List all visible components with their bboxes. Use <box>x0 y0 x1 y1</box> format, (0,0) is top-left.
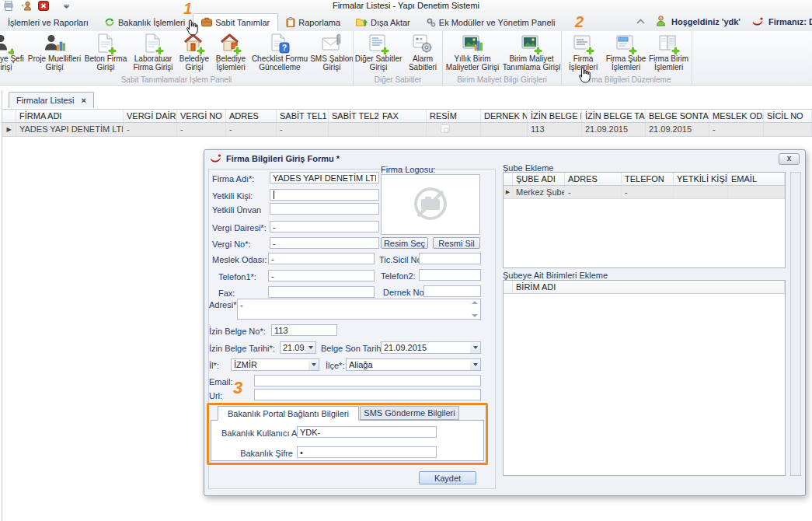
row-marker: ▶ <box>2 123 16 136</box>
field-label: Telefon1*: <box>218 272 256 281</box>
chevron-up-icon[interactable] <box>636 17 646 26</box>
column-header[interactable]: ADRES <box>565 173 622 185</box>
firma-adi-input[interactable] <box>270 172 379 184</box>
table-row[interactable]: ▶ YADES YAPI DENETİM LTD.ŞTİ. - - - - 11… <box>2 123 812 137</box>
column-header[interactable]: VERGİ DAİRESİ <box>124 110 177 122</box>
resmi-sil-button[interactable]: Resmi Sil <box>433 237 480 249</box>
vergi-no-input[interactable] <box>270 237 379 249</box>
tab-raporlama[interactable]: Raporlama <box>278 14 348 31</box>
yetkili-unvan-input[interactable] <box>270 203 379 215</box>
izin-belge-no-input[interactable] <box>271 324 337 336</box>
birim-ekleme-label: Şubeye Ait Birimleri Ekleme <box>503 271 608 280</box>
button-sms-sablon-girisi[interactable]: SMS Şablon Girişi <box>309 33 354 72</box>
chevron-down-icon[interactable] <box>470 359 480 370</box>
button-laboratuar-firma-girisi[interactable]: Laboratuar Firma Girişi <box>129 33 177 72</box>
button-birim-maliyet-tanimlama-girisi[interactable]: Birim Maliyet Tanımlama Girişi <box>502 33 561 72</box>
tab-sms-gonderme[interactable]: SMS Gönderme Bilgileri <box>360 406 459 420</box>
scroll-arrows[interactable] <box>472 301 479 317</box>
close-red-icon[interactable] <box>38 1 49 11</box>
button-santiye-sefi-girisi[interactable]: Şantiye Şefi Girişi <box>0 33 26 72</box>
chevron-down-icon[interactable] <box>470 342 480 353</box>
column-header[interactable]: BİRİM ADI <box>513 281 785 293</box>
button-belediye-girisi[interactable]: Belediye Girişi <box>177 33 211 72</box>
add-user-icon[interactable] <box>20 1 32 11</box>
column-header[interactable]: RESİM <box>427 110 481 122</box>
telefon2-input[interactable] <box>419 269 481 281</box>
column-header[interactable]: ŞUBE ADI <box>513 173 565 185</box>
tab-disa-aktar[interactable]: Dışa Aktar <box>348 14 418 31</box>
tab-ek-moduller[interactable]: Ek Modüller ve Yönetim Paneli <box>418 14 563 31</box>
yetkili-kisi-input[interactable] <box>270 189 379 201</box>
refresh-green-icon <box>104 17 115 29</box>
bakanlik-sifre-input[interactable] <box>297 446 437 458</box>
right-scroll-strip[interactable] <box>790 172 801 476</box>
column-header[interactable]: MESLEK ODASI <box>709 110 764 122</box>
phone-swoosh-icon <box>752 16 763 28</box>
izin-belge-tarihi-combo[interactable]: 21.09.2015 <box>280 341 316 354</box>
user-area: Hoşgeldiniz 'ydk' Firmanız: DENE <box>636 12 812 31</box>
url-input[interactable] <box>254 389 481 400</box>
kaydet-button[interactable]: Kaydet <box>419 471 476 484</box>
column-header[interactable]: FİRMA ADI <box>16 110 124 122</box>
print-icon[interactable] <box>3 1 14 11</box>
annotation-step-3: 3 <box>233 378 242 398</box>
column-header[interactable]: SİCİL NO <box>764 110 812 122</box>
column-header[interactable]: İZİN BELGE TARİH <box>582 110 646 122</box>
button-alarm-sabitleri[interactable]: Alarm Sabitleri <box>403 33 442 72</box>
row-marker: ▶ <box>504 186 513 198</box>
button-diger-sabitler-girisi[interactable]: Diğer Sabitler Girişi <box>354 33 403 72</box>
button-firma-sube-islemleri[interactable]: Firma Şube İşlemleri <box>605 33 647 72</box>
group-sabit-tanimlamalar: Şantiye Şefi Girişi Proje Muellifleri Gi… <box>0 31 354 85</box>
quick-access-toolbar <box>3 1 70 11</box>
button-checklist-formu-guncelleme[interactable]: ? Checklist Formu Güncelleme <box>250 33 309 72</box>
table-row[interactable]: ▶ Merkez Şube - - <box>504 186 785 199</box>
field-label: Bakanlık Kullanıcı Adı <box>221 428 293 438</box>
house-edit-icon <box>220 33 242 54</box>
button-yillik-birim-maliyetler-girisi[interactable]: Yıllık Birim Maliyetler Girişi <box>443 33 502 72</box>
welcome-text: Hoşgeldiniz 'ydk' <box>671 17 741 26</box>
column-header[interactable]: YETKİLİ KİŞİ <box>674 173 728 185</box>
column-header[interactable]: İZİN BELGE NO <box>528 110 582 122</box>
column-header[interactable]: DERNEK NO <box>481 110 528 122</box>
adresi-textarea[interactable]: - <box>237 299 481 320</box>
column-header[interactable]: SABİT TEL2 <box>329 110 379 122</box>
column-header[interactable]: FAX <box>379 110 427 122</box>
column-header[interactable]: ADRES <box>226 110 277 122</box>
column-header[interactable]: SABİT TEL1 <box>277 110 329 122</box>
tic-sicil-no-input[interactable] <box>419 253 481 264</box>
chevron-down-icon[interactable] <box>308 359 319 370</box>
dernek-no-input[interactable] <box>423 285 481 297</box>
tab-bakanlik-islemleri[interactable]: Bakanlık İşlemleri <box>96 14 193 31</box>
email-input[interactable] <box>254 375 481 386</box>
tab-sabit-tanimlar[interactable]: Sabit Tanımlar <box>193 13 278 31</box>
group-caption: Diğer Sabitler <box>354 75 442 84</box>
column-header[interactable]: EMAİL <box>728 173 785 185</box>
resim-sec-button[interactable]: Resim Seç <box>381 237 428 249</box>
button-beton-firma-girisi[interactable]: Beton Firma Girişi <box>82 33 129 72</box>
chevron-down-icon[interactable] <box>63 4 70 9</box>
meslek-odasi-input[interactable] <box>268 253 375 264</box>
vergi-dairesi-input[interactable] <box>270 221 379 233</box>
il-combo[interactable]: İZMİR <box>231 358 319 371</box>
tab-firmalar-listesi[interactable]: Firmalar Listesi × <box>9 92 94 108</box>
tab-bakanlik-portal[interactable]: Bakanlık Portal Bağlantı Bilgileri <box>218 406 359 421</box>
close-tab-icon[interactable]: × <box>82 96 86 105</box>
column-header[interactable]: VERGİ NO <box>177 110 226 122</box>
button-proje-muellifleri-girisi[interactable]: Proje Muellifleri Girişi <box>26 33 82 72</box>
document-add-icon <box>142 33 164 54</box>
ilce-combo[interactable]: Aliağa <box>346 358 481 371</box>
tab-islemleri-ve-raporlari[interactable]: İşlemleri ve Raporları <box>0 14 96 31</box>
telefon1-input[interactable] <box>268 270 375 281</box>
button-belediye-islemleri[interactable]: Belediye İşlemleri <box>211 33 250 72</box>
button-firma-birim-islemleri[interactable]: Firma Birim İşlemleri <box>647 33 690 72</box>
chevron-down-icon[interactable] <box>305 342 315 353</box>
column-header[interactable]: BELGE SONTARİH <box>646 110 709 122</box>
bakanlik-kullanici-input[interactable] <box>297 426 437 438</box>
column-header[interactable]: TELEFON <box>622 173 674 185</box>
fax-input[interactable] <box>268 286 375 298</box>
group-caption: Birim Maliyet Bilgi Girişleri <box>443 75 561 84</box>
belge-son-tarihi-combo[interactable]: 21.09.2015 <box>381 341 481 354</box>
field-label: Firma Adı*: <box>212 174 254 184</box>
field-label: İzin Belge No*: <box>209 327 266 336</box>
close-dialog-button[interactable]: x <box>779 153 800 165</box>
